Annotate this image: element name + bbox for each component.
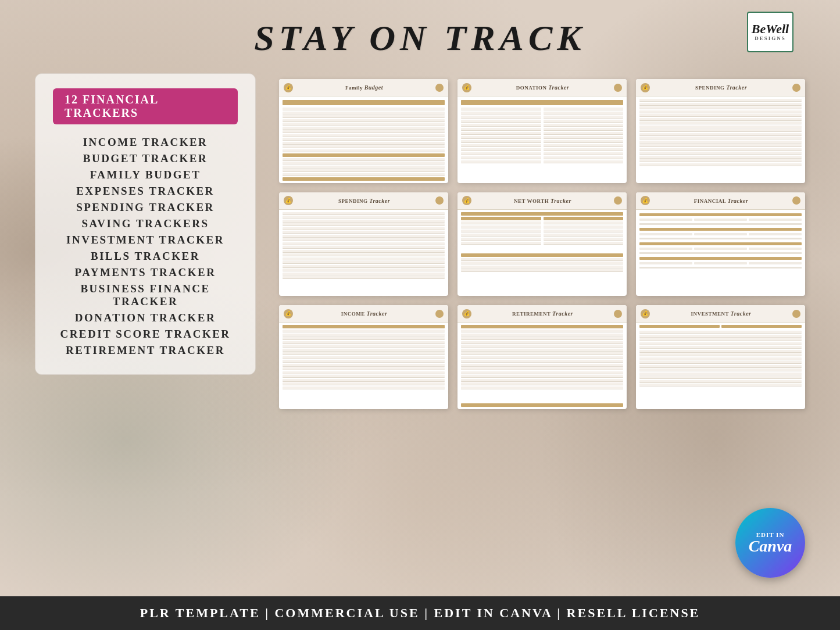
card-settings-icon <box>614 196 622 205</box>
card-header: 💰 DONATION Tracker <box>457 79 627 96</box>
financial-trackers-badge: 12 FINANCIAL TRACKERS <box>53 88 238 124</box>
tracker-card: 💰 DONATION Tracker <box>457 79 627 183</box>
card-title: Family Budget <box>293 84 435 91</box>
card-settings-icon <box>792 310 800 318</box>
card-title: INCOME Tracker <box>293 310 435 317</box>
card-title: NET WORTH Tracker <box>471 198 614 204</box>
tracker-card: 💰 SPENDING Tracker <box>636 79 805 183</box>
card-header: 💰 INCOME Tracker <box>279 305 448 323</box>
content-area: 12 FINANCIAL TRACKERS INCOME TRACKERBUDG… <box>0 67 840 596</box>
card-icon: 💰 <box>641 196 650 205</box>
main-title: STAY ON TRACK <box>0 17 840 59</box>
card-body <box>636 323 805 409</box>
tracker-card: 💰 RETIREMENT Tracker <box>457 305 627 409</box>
tracker-list-item: INCOME TRACKER <box>53 136 238 149</box>
card-body <box>457 323 627 409</box>
tracker-card: 💰 INCOME Tracker <box>279 305 448 409</box>
tracker-list-item: BILLS TRACKER <box>53 250 238 263</box>
card-icon: 💰 <box>284 196 293 205</box>
card-settings-icon <box>435 310 444 318</box>
card-header: 💰 NET WORTH Tracker <box>457 192 627 210</box>
tracker-list-item: INVESTMENT TRACKER <box>53 234 238 246</box>
card-icon: 💰 <box>641 83 650 92</box>
card-title: DONATION Tracker <box>471 84 614 91</box>
tracker-list-item: SAVING TRACKERS <box>53 217 238 230</box>
tracker-list: INCOME TRACKERBUDGET TRACKERFAMILY BUDGE… <box>53 136 238 357</box>
card-icon: 💰 <box>284 309 293 318</box>
tracker-card: 💰 INVESTMENT Tracker <box>636 305 805 409</box>
card-body <box>279 323 448 409</box>
card-header: 💰 FINANCIAL Tracker <box>636 192 805 210</box>
canva-badge[interactable]: EDIT IN Canva <box>735 508 805 578</box>
card-settings-icon <box>614 310 622 318</box>
tracker-list-item: EXPENSES TRACKER <box>53 185 238 198</box>
card-header: 💰 SPENDING Tracker <box>279 192 448 210</box>
tracker-card: 💰 FINANCIAL Tracker <box>636 192 805 296</box>
card-header: 💰 SPENDING Tracker <box>636 79 805 96</box>
tracker-list-item: BUSINESS FINANCE TRACKER <box>53 282 238 308</box>
tracker-list-item: RETIREMENT TRACKER <box>53 344 238 357</box>
card-body <box>636 210 805 296</box>
logo-sub: DESIGNS <box>755 35 786 41</box>
main-container: STAY ON TRACK BeWell DESIGNS 12 FINANCIA… <box>0 0 840 630</box>
tracker-grid: 💰 Family Budget 💰 DONATION Tracker <box>279 73 805 415</box>
card-settings-icon <box>792 196 800 205</box>
left-panel: 12 FINANCIAL TRACKERS INCOME TRACKERBUDG… <box>35 73 256 375</box>
tracker-list-item: BUDGET TRACKER <box>53 152 238 165</box>
card-title: RETIREMENT Tracker <box>471 310 614 317</box>
footer-text: PLR TEMPLATE | COMMERCIAL USE | EDIT IN … <box>140 606 700 620</box>
card-icon: 💰 <box>641 309 650 318</box>
card-body <box>457 210 627 296</box>
card-settings-icon <box>792 84 800 92</box>
card-title: SPENDING Tracker <box>293 198 435 204</box>
card-settings-icon <box>435 84 444 92</box>
tracker-list-item: SPENDING TRACKER <box>53 201 238 214</box>
tracker-list-item: FAMILY BUDGET <box>53 169 238 181</box>
card-settings-icon <box>614 84 622 92</box>
card-body <box>636 96 805 183</box>
card-header: 💰 INVESTMENT Tracker <box>636 305 805 323</box>
card-icon: 💰 <box>284 83 293 92</box>
card-icon: 💰 <box>462 83 471 92</box>
tracker-card: 💰 NET WORTH Tracker <box>457 192 627 296</box>
card-icon: 💰 <box>462 196 471 205</box>
tracker-card: 💰 SPENDING Tracker <box>279 192 448 296</box>
card-title: INVESTMENT Tracker <box>650 310 792 317</box>
tracker-card: 💰 Family Budget <box>279 79 448 183</box>
canva-brand-text: Canva <box>749 538 792 554</box>
card-body <box>457 96 627 183</box>
logo-text: BeWell <box>752 23 789 35</box>
tracker-list-item: PAYMENTS TRACKER <box>53 266 238 279</box>
card-title: SPENDING Tracker <box>650 84 792 91</box>
card-body <box>279 210 448 296</box>
footer-bar: PLR TEMPLATE | COMMERCIAL USE | EDIT IN … <box>0 596 840 630</box>
card-header: 💰 Family Budget <box>279 79 448 96</box>
card-header: 💰 RETIREMENT Tracker <box>457 305 627 323</box>
card-body <box>279 96 448 183</box>
card-settings-icon <box>435 196 444 205</box>
card-title: FINANCIAL Tracker <box>650 198 792 204</box>
card-icon: 💰 <box>462 309 471 318</box>
header: STAY ON TRACK BeWell DESIGNS <box>0 0 840 67</box>
logo: BeWell DESIGNS <box>747 12 793 52</box>
tracker-list-item: CREDIT SCORE TRACKER <box>53 328 238 341</box>
tracker-list-item: DONATION TRACKER <box>53 312 238 324</box>
